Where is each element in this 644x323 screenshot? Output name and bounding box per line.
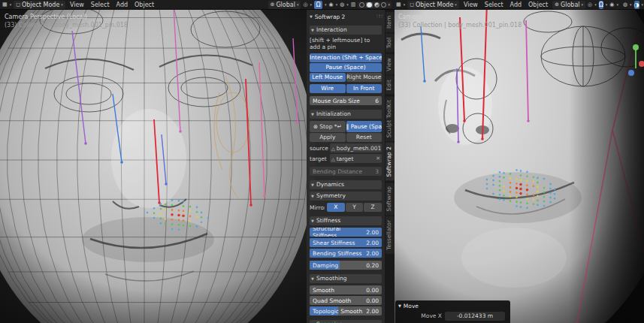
mode-dropdown[interactable]: ◻ Object Mode ▾ [14,1,65,9]
shading-caret-icon[interactable]: ▾ [642,2,644,7]
shading-solid-icon[interactable] [367,2,372,8]
snap-magnet-icon[interactable]: Ω [599,1,603,9]
editor-type-caret-icon[interactable]: ▾ [404,2,406,7]
collapse-caret-icon: ▼ [311,274,314,283]
left-mouse-toggle[interactable]: Left Mouse [310,73,346,82]
tab-edit[interactable]: Edit [385,76,395,95]
overlays-caret-icon[interactable]: ▾ [630,2,632,7]
collapse-caret-icon[interactable]: ▼ [398,303,401,308]
proportional-caret-icon[interactable]: ▾ [616,2,618,7]
orientation-dropdown[interactable]: ⊕ Global ▾ [268,1,301,9]
collapse-caret-icon: ▼ [311,320,314,323]
quad-smooth-slider[interactable]: Quad Smooth0.00 [310,296,382,305]
proportional-caret-icon[interactable]: ▾ [336,2,338,7]
shading-wireframe-icon[interactable] [359,2,364,8]
chevron-down-icon: ▾ [455,2,457,7]
section-dynamics[interactable]: ▼Dynamics [310,180,382,189]
orientation-dropdown[interactable]: ⊕ Global ▾ [552,1,585,9]
mesh-data-icon: △ [331,146,335,151]
collapse-caret-icon[interactable]: ▼ [310,14,313,19]
target-field[interactable]: △ target ✕ [330,154,382,163]
proportional-editing-icon[interactable]: ◉ [329,1,334,9]
structural-stiffness-slider[interactable]: Structural Stiffness2.00 [310,228,382,237]
overlays-caret-icon[interactable]: ▾ [346,2,349,7]
right-3d-viewport[interactable]: Camera Perspective (Local) (33) Collecti… [394,10,644,323]
section-smoothing[interactable]: ▼Smoothing [310,274,382,283]
pivot-caret-icon[interactable]: ▾ [310,2,313,7]
tab-view[interactable]: View [385,54,395,75]
mode-dropdown[interactable]: ◻ Object Mode ▾ [407,1,459,9]
xray-icon[interactable]: ▥ [351,1,356,9]
pivot-point-icon[interactable]: ◎ [303,1,307,9]
active-object-label: (33) Collection | body_mesh.001_pin.018 [5,21,128,29]
tab-softwrap-2[interactable]: Softwrap 2 [385,143,395,181]
topologic-smooth-slider[interactable]: Topologic Smooth2.00 [310,306,382,315]
snap-caret-icon[interactable]: ▾ [325,2,327,7]
smooth-slider[interactable]: Smooth0.00 [310,285,382,294]
editor-type-icon[interactable]: ▦ [2,1,8,9]
overlays-icon[interactable]: ◍ [623,1,627,9]
tab-sculpt-toolkit[interactable]: Sculpt ToolKit [385,96,395,141]
snap-caret-icon[interactable]: ▾ [606,2,608,7]
menu-view[interactable]: View [68,2,86,8]
tab-softwrap[interactable]: Softwrap [385,183,395,215]
mouse-grab-size-slider[interactable]: Mouse Grab Size 6 [310,96,382,105]
tab-tool[interactable]: Tool [385,34,395,53]
move-operator-panel[interactable]: ▼ Move Move X -0.012433 m [395,300,510,323]
section-initialization[interactable]: ▼Initialization [310,110,382,119]
damping-slider[interactable]: Damping0.20 [310,261,382,270]
pause-space-button[interactable]: ‖ Pause (Space) [346,121,382,132]
menu-select[interactable]: Select [89,2,112,8]
menu-object[interactable]: Object [132,2,156,8]
left-viewport-header: ▦▾ ◻ Object Mode ▾ View Select Add Objec… [0,0,394,10]
wire-toggle[interactable]: Wire [310,84,346,93]
apply-button[interactable]: Apply [310,133,346,142]
mode-label: Object Mode [416,2,453,8]
mirror-y-toggle[interactable]: Y [346,203,364,212]
editor-type-icon[interactable]: ▦ [396,1,401,9]
collapse-caret-icon: ▼ [311,192,314,201]
shading-active-icon[interactable]: ◑ [634,1,639,9]
snap-magnet-icon[interactable]: Ω [314,1,322,9]
section-symmetry[interactable]: ▼Symmetry [310,192,382,201]
mirror-x-toggle[interactable]: X [327,203,345,212]
active-object-label: (33) Collection | body_mesh.001_pin.018 [398,21,522,29]
menu-add[interactable]: Add [114,2,131,8]
shading-caret-icon[interactable]: ▾ [388,2,390,7]
menu-select[interactable]: Select [482,2,506,8]
pivot-point-icon[interactable]: ◎ [588,1,592,9]
collapse-caret-icon: ▼ [311,216,314,225]
clear-icon[interactable]: ✕ [376,155,380,162]
in-front-toggle[interactable]: In Front [346,84,382,93]
shading-rendered-icon[interactable] [381,2,386,8]
reset-button[interactable]: Reset [346,133,382,142]
proportional-editing-icon[interactable]: ◉ [609,1,614,9]
tab-tessellator[interactable]: Tessellator [385,216,395,254]
panel-header-softwrap2[interactable]: ▼ Softwrap 2 ∷∷ [310,12,382,21]
source-field[interactable]: △ body_mesh.001 ✕ [330,143,382,152]
mirror-z-toggle[interactable]: Z [364,203,382,212]
menu-object[interactable]: Object [526,2,550,8]
right-mouse-toggle[interactable]: Right Mouse [346,73,382,82]
stop-button[interactable]: ⊗ Stop *↵ [310,121,346,132]
pivot-caret-icon[interactable]: ▾ [594,2,597,7]
tab-item[interactable]: Item [385,12,395,32]
interaction-button[interactable]: Interaction (Shift + Space) [310,53,382,62]
overlays-icon[interactable]: ◍ [340,1,344,9]
object-mode-icon: ◻ [410,1,414,9]
section-snapping[interactable]: ▼Snapping [310,320,382,323]
move-x-value-field[interactable]: -0.012433 m [445,312,505,321]
menu-add[interactable]: Add [508,2,525,8]
shaded-head-render [394,10,644,323]
section-interaction[interactable]: ▼Interaction [310,26,382,35]
menu-view[interactable]: View [461,2,480,8]
drag-grip-icon[interactable]: ∷∷ [376,14,382,20]
mirror-label: Mirror [310,204,325,211]
bending-stiffness-slider[interactable]: Bending Stiffness2.00 [310,249,382,258]
shear-stiffness-slider[interactable]: Shear Stiffness2.00 [310,238,382,247]
shading-material-icon[interactable] [374,2,379,8]
editor-type-caret-icon[interactable]: ▾ [10,2,12,7]
section-stiffness[interactable]: ▼Stiffness [310,216,382,225]
viewport-info-overlay: Camera Perspective (Local) (33) Collecti… [398,13,522,29]
pause-button[interactable]: Pause (Space) [310,63,382,72]
